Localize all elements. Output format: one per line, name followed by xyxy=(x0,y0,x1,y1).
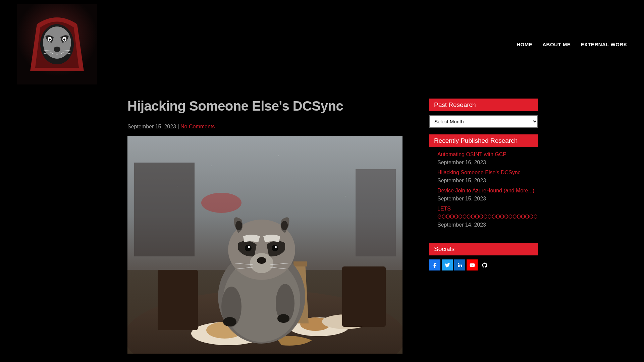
svg-point-50 xyxy=(278,156,279,156)
site-logo[interactable] xyxy=(17,4,97,84)
nav-about[interactable]: ABOUT ME xyxy=(542,42,571,47)
svg-point-38 xyxy=(248,246,250,248)
nav-external[interactable]: EXTERNAL WORK xyxy=(581,42,627,47)
svg-point-7 xyxy=(63,39,65,41)
svg-rect-15 xyxy=(356,169,396,256)
linkedin-icon[interactable] xyxy=(454,259,465,270)
svg-point-3 xyxy=(43,26,71,59)
github-icon[interactable] xyxy=(479,259,490,270)
widget-past-research: Past Research Select Month xyxy=(429,99,538,128)
socials-row xyxy=(429,255,538,270)
main-nav: HOME ABOUT ME EXTERNAL WORK xyxy=(517,42,627,47)
comments-link[interactable]: No Comments xyxy=(180,124,215,129)
post-title: Hijacking Someone Else's DCSync xyxy=(127,99,402,114)
svg-rect-25 xyxy=(158,270,198,330)
post-date: September 15, 2023 xyxy=(127,124,176,129)
post-meta: September 15, 2023 | No Comments xyxy=(127,124,402,130)
recent-post-link[interactable]: Device Join to AzureHound (and More...) xyxy=(437,188,534,193)
widget-title-past-research: Past Research xyxy=(429,99,538,111)
svg-point-16 xyxy=(201,193,241,213)
recent-post-date: September 15, 2023 xyxy=(437,196,486,201)
meta-separator: | xyxy=(176,124,180,129)
recent-post-link[interactable]: LETS GOOOOOOOOOOOOOOOOOOOOOOO xyxy=(437,206,538,220)
svg-point-37 xyxy=(272,245,278,251)
main-column: Hijacking Someone Else's DCSync Septembe… xyxy=(127,99,402,354)
svg-point-49 xyxy=(345,196,346,196)
list-item: Automating OSINT with GCP September 16, … xyxy=(437,150,538,167)
svg-point-8 xyxy=(54,47,60,52)
list-item: LETS GOOOOOOOOOOOOOOOOOOOOOOO September … xyxy=(437,205,538,229)
svg-point-34 xyxy=(235,221,242,230)
svg-point-48 xyxy=(312,176,312,176)
widget-socials: Socials xyxy=(429,243,538,270)
svg-rect-14 xyxy=(134,163,195,256)
svg-point-36 xyxy=(245,245,252,251)
recent-post-link[interactable]: Automating OSINT with GCP xyxy=(437,152,506,157)
recent-posts-list: Automating OSINT with GCP September 16, … xyxy=(429,147,538,238)
youtube-icon[interactable] xyxy=(467,259,478,270)
nav-home[interactable]: HOME xyxy=(517,42,532,47)
list-item: Hijacking Someone Else's DCSync Septembe… xyxy=(437,169,538,185)
site-header: HOME ABOUT ME EXTERNAL WORK xyxy=(0,0,644,88)
recent-post-link[interactable]: Hijacking Someone Else's DCSync xyxy=(437,170,521,175)
svg-point-41 xyxy=(257,257,266,264)
svg-point-35 xyxy=(281,221,288,230)
sidebar: Past Research Select Month Recently Publ… xyxy=(429,99,538,354)
svg-point-47 xyxy=(211,166,212,166)
recent-post-date: September 15, 2023 xyxy=(437,178,486,183)
post-featured-image xyxy=(127,136,402,354)
svg-rect-23 xyxy=(293,261,307,266)
archive-select[interactable]: Select Month xyxy=(429,115,538,128)
svg-point-46 xyxy=(177,186,178,186)
recent-post-date: September 16, 2023 xyxy=(437,160,486,165)
widget-title-socials: Socials xyxy=(429,243,538,255)
svg-rect-26 xyxy=(342,266,386,327)
twitter-icon[interactable] xyxy=(442,259,453,270)
facebook-icon[interactable] xyxy=(429,259,440,270)
svg-point-39 xyxy=(275,246,277,248)
widget-title-recent: Recently Published Research xyxy=(429,134,538,147)
svg-point-32 xyxy=(277,314,289,323)
svg-point-6 xyxy=(49,39,51,41)
list-item: Device Join to AzureHound (and More...) … xyxy=(437,187,538,203)
content-area: Hijacking Someone Else's DCSync Septembe… xyxy=(0,88,644,354)
recent-post-date: September 14, 2023 xyxy=(437,222,486,228)
widget-recent: Recently Published Research Automating O… xyxy=(429,134,538,238)
svg-point-31 xyxy=(223,317,236,326)
